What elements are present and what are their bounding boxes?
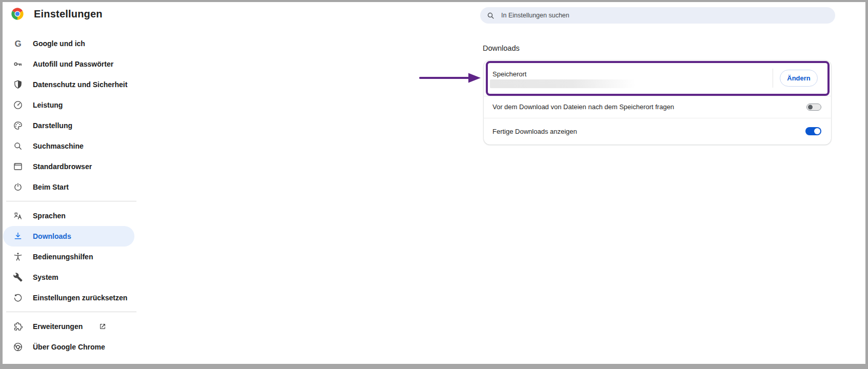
sidebar-item-beim-start[interactable]: Beim Start	[0, 177, 137, 197]
downloads-settings-card: Speicherort Ändern Vor dem Download von …	[484, 60, 831, 145]
key-icon	[13, 59, 23, 69]
sidebar-item-bedienungshilfen[interactable]: Bedienungshilfen	[0, 247, 137, 267]
accessibility-icon	[13, 252, 23, 262]
shield-icon	[13, 79, 23, 90]
setting-row-speicherort: Speicherort Ändern	[484, 60, 831, 96]
power-icon	[13, 182, 23, 192]
row-vertical-divider	[773, 69, 773, 88]
settings-sidebar: G Google und ich Autofill und Passwörter…	[0, 33, 137, 357]
sidebar-item-system[interactable]: System	[0, 267, 137, 288]
external-link-icon	[98, 322, 107, 331]
speicherort-label: Speicherort	[492, 70, 526, 78]
ask-location-label: Vor dem Download von Dateien nach dem Sp…	[492, 103, 674, 111]
reset-icon	[13, 293, 23, 303]
download-path-redacted	[490, 79, 640, 88]
chrome-settings-window: Einstellungen G Google und ich Autofill …	[0, 0, 868, 369]
ask-location-toggle[interactable]	[806, 104, 821, 111]
annotation-arrow-icon	[417, 71, 483, 85]
translate-icon	[13, 211, 23, 221]
sidebar-item-sprachen[interactable]: Sprachen	[0, 206, 137, 226]
change-location-button[interactable]: Ändern	[780, 70, 818, 87]
screenshot-border-bottom	[0, 364, 868, 369]
search-icon	[486, 11, 495, 20]
search-input[interactable]	[500, 11, 829, 19]
google-g-icon: G	[13, 38, 23, 49]
sidebar-item-erweiterungen[interactable]: Erweiterungen	[0, 316, 137, 337]
sidebar-item-datenschutz[interactable]: Datenschutz und Sicherheit	[0, 74, 137, 95]
sidebar-item-standardbrowser[interactable]: Standardbrowser	[0, 156, 137, 177]
sidebar-item-autofill[interactable]: Autofill und Passwörter	[0, 54, 137, 74]
wrench-icon	[13, 272, 23, 282]
settings-header: Einstellungen	[10, 7, 103, 21]
magnifier-icon	[13, 141, 23, 151]
sidebar-item-leistung[interactable]: Leistung	[0, 95, 137, 115]
chrome-logo-icon	[13, 342, 23, 352]
sidebar-item-zuruecksetzen[interactable]: Einstellungen zurücksetzen	[0, 288, 137, 308]
sidebar-item-downloads[interactable]: Downloads	[3, 226, 134, 247]
settings-search-bar[interactable]	[480, 7, 835, 24]
palette-icon	[13, 120, 23, 131]
sidebar-divider	[6, 312, 136, 312]
show-downloads-label: Fertige Downloads anzeigen	[492, 128, 577, 135]
page-title: Einstellungen	[34, 8, 103, 20]
download-icon	[13, 231, 23, 241]
puzzle-icon	[13, 321, 23, 332]
sidebar-item-darstellung[interactable]: Darstellung	[0, 115, 137, 136]
setting-row-ask-location: Vor dem Download von Dateien nach dem Sp…	[484, 96, 831, 118]
screenshot-border-right	[865, 0, 868, 369]
toggle-knob	[814, 128, 820, 134]
sidebar-item-suchmaschine[interactable]: Suchmaschine	[0, 136, 137, 156]
sidebar-item-google-und-ich[interactable]: G Google und ich	[0, 33, 137, 54]
toggle-knob	[808, 105, 813, 109]
setting-row-show-downloads: Fertige Downloads anzeigen	[484, 118, 831, 145]
sidebar-divider	[6, 201, 136, 201]
screenshot-border-top	[0, 0, 868, 2]
show-downloads-toggle[interactable]	[805, 127, 821, 135]
speedometer-icon	[13, 100, 23, 110]
sidebar-item-ueber-google-chrome[interactable]: Über Google Chrome	[0, 337, 137, 357]
browser-window-icon	[13, 161, 23, 172]
section-heading-downloads: Downloads	[483, 44, 520, 52]
chrome-logo-icon	[10, 7, 25, 21]
